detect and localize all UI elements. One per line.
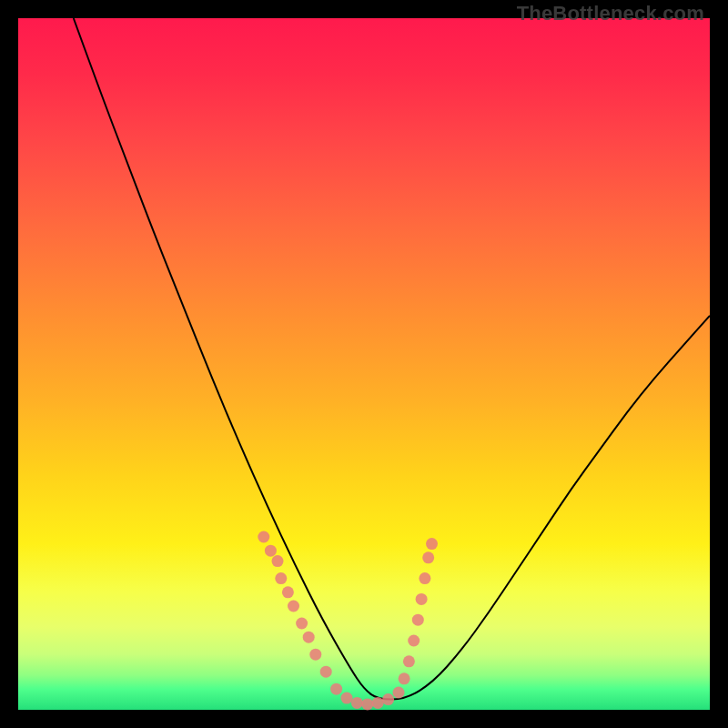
data-point (296, 618, 308, 630)
data-point (399, 672, 410, 684)
data-point (403, 655, 415, 667)
watermark-text: TheBottleneck.com (517, 2, 704, 25)
data-point (303, 632, 315, 643)
data-point (272, 555, 284, 567)
chart-frame (18, 18, 710, 710)
data-point (412, 614, 424, 626)
data-point (422, 551, 434, 563)
data-point (275, 572, 287, 584)
data-point (320, 666, 332, 678)
data-point (330, 683, 342, 695)
data-point (393, 687, 405, 699)
data-point (419, 572, 430, 584)
data-point (382, 693, 394, 705)
data-point (351, 697, 363, 709)
chart-svg (18, 18, 710, 710)
data-point (408, 635, 420, 647)
data-point (282, 586, 294, 598)
data-point (265, 545, 277, 557)
bottleneck-curve (74, 18, 710, 700)
data-point (361, 698, 373, 710)
data-point (341, 693, 353, 704)
data-point (309, 649, 321, 661)
data-point (372, 697, 384, 709)
data-point (288, 601, 299, 612)
data-point (258, 531, 269, 543)
data-point (416, 593, 428, 605)
scatter-points (258, 531, 438, 711)
data-point (426, 538, 438, 550)
